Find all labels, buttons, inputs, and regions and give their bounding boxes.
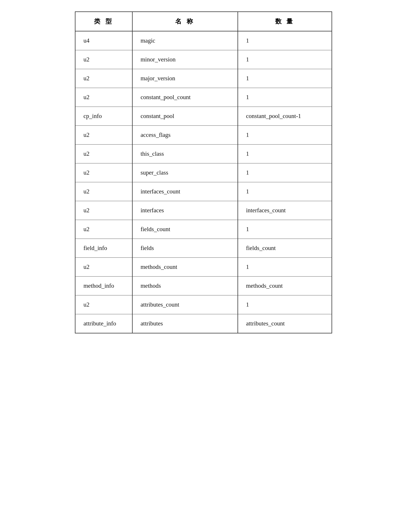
table-row: method_infomethodsmethods_count: [75, 277, 332, 295]
cell-type: u2: [75, 182, 132, 201]
cell-count: methods_count: [238, 277, 332, 295]
table-row: u2interfaces_count1: [75, 182, 332, 201]
table-row: u2interfacesinterfaces_count: [75, 201, 332, 220]
cell-type: u2: [75, 295, 132, 314]
cell-count: fields_count: [238, 239, 332, 258]
cell-name: major_version: [132, 69, 238, 88]
cell-type: u2: [75, 126, 132, 145]
cell-count: 1: [238, 145, 332, 163]
cell-count: constant_pool_count-1: [238, 107, 332, 126]
table-row: u2attributes_count1: [75, 295, 332, 314]
cell-type: u2: [75, 145, 132, 163]
table-row: field_infofieldsfields_count: [75, 239, 332, 258]
cell-count: 1: [238, 88, 332, 107]
table-row: u2constant_pool_count1: [75, 88, 332, 107]
cell-count: 1: [238, 295, 332, 314]
cell-name: super_class: [132, 163, 238, 182]
cell-count: 1: [238, 31, 332, 50]
cell-count: 1: [238, 126, 332, 145]
cell-type: method_info: [75, 277, 132, 295]
col-header-type: 类 型: [75, 12, 132, 31]
main-table-container: 类 型 名 称 数 量 u4magic1u2minor_version1u2ma…: [75, 11, 332, 333]
cell-count: 1: [238, 258, 332, 277]
class-structure-table: 类 型 名 称 数 量 u4magic1u2minor_version1u2ma…: [75, 11, 332, 333]
cell-type: u4: [75, 31, 132, 50]
col-header-name: 名 称: [132, 12, 238, 31]
cell-name: interfaces: [132, 201, 238, 220]
cell-type: u2: [75, 258, 132, 277]
table-row: u2this_class1: [75, 145, 332, 163]
cell-type: u2: [75, 88, 132, 107]
cell-count: 1: [238, 69, 332, 88]
cell-name: methods_count: [132, 258, 238, 277]
cell-name: constant_pool_count: [132, 88, 238, 107]
col-header-count: 数 量: [238, 12, 332, 31]
table-row: attribute_infoattributesattributes_count: [75, 314, 332, 333]
cell-count: 1: [238, 163, 332, 182]
cell-name: methods: [132, 277, 238, 295]
cell-name: constant_pool: [132, 107, 238, 126]
cell-name: attributes: [132, 314, 238, 333]
cell-type: cp_info: [75, 107, 132, 126]
table-row: u2fields_count1: [75, 220, 332, 239]
cell-name: magic: [132, 31, 238, 50]
cell-name: access_flags: [132, 126, 238, 145]
cell-name: fields: [132, 239, 238, 258]
cell-count: 1: [238, 220, 332, 239]
cell-count: 1: [238, 182, 332, 201]
cell-type: u2: [75, 220, 132, 239]
table-row: u2minor_version1: [75, 50, 332, 69]
cell-name: fields_count: [132, 220, 238, 239]
table-row: u2methods_count1: [75, 258, 332, 277]
cell-name: attributes_count: [132, 295, 238, 314]
table-row: u2major_version1: [75, 69, 332, 88]
table-row: u2access_flags1: [75, 126, 332, 145]
cell-name: interfaces_count: [132, 182, 238, 201]
cell-count: interfaces_count: [238, 201, 332, 220]
table-row: u4magic1: [75, 31, 332, 50]
cell-type: attribute_info: [75, 314, 132, 333]
cell-type: u2: [75, 201, 132, 220]
cell-count: attributes_count: [238, 314, 332, 333]
cell-name: this_class: [132, 145, 238, 163]
table-row: cp_infoconstant_poolconstant_pool_count-…: [75, 107, 332, 126]
table-header-row: 类 型 名 称 数 量: [75, 12, 332, 31]
cell-type: field_info: [75, 239, 132, 258]
cell-type: u2: [75, 50, 132, 69]
cell-type: u2: [75, 163, 132, 182]
cell-type: u2: [75, 69, 132, 88]
table-row: u2super_class1: [75, 163, 332, 182]
cell-name: minor_version: [132, 50, 238, 69]
cell-count: 1: [238, 50, 332, 69]
